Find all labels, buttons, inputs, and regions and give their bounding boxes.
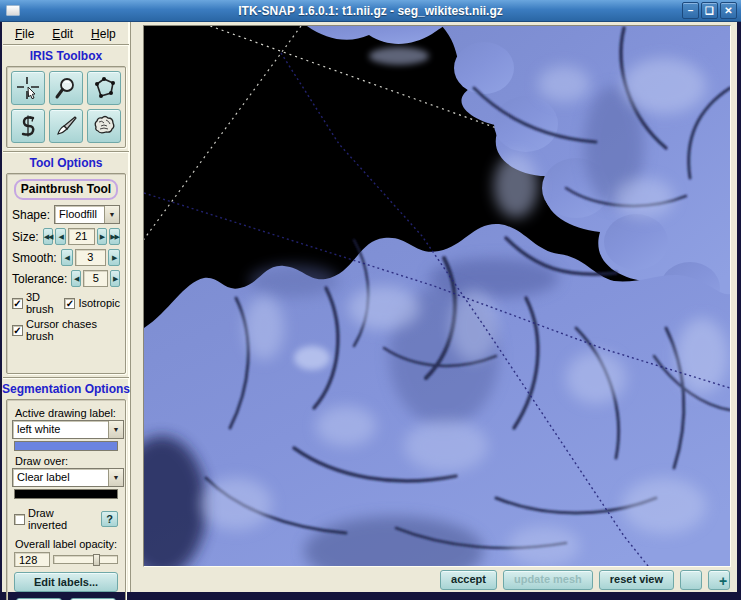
- brain-render: [144, 26, 730, 566]
- iris-toolbox-group: [6, 66, 126, 148]
- active-label-color-swatch: [14, 441, 118, 451]
- segmentation-options-group: Active drawing label: left white ▼ Draw …: [6, 399, 126, 600]
- tolerance-decrement-button[interactable]: ◀: [71, 270, 81, 287]
- opacity-row: 128: [14, 552, 118, 567]
- menu-help[interactable]: Help: [84, 26, 123, 41]
- draw-over-label: Draw over:: [15, 455, 118, 467]
- tolerance-value: 5: [83, 270, 108, 287]
- tolerance-increment-button[interactable]: ▶: [110, 270, 120, 287]
- tool-options-header: Tool Options: [2, 153, 130, 172]
- size-value: 21: [68, 228, 95, 245]
- cursor-chases-brush-label: Cursor chases brush: [26, 318, 120, 342]
- draw-over-color-swatch: [14, 489, 118, 499]
- title-bar: ITK-SNAP 1.6.0.1: t1.nii.gz - seg_wikite…: [0, 0, 741, 22]
- minimize-button[interactable]: –: [682, 2, 699, 19]
- smooth-increment-button[interactable]: ▶: [108, 249, 120, 266]
- draw-inverted-label: Draw inverted: [28, 507, 95, 531]
- crosshair-tool-icon: [16, 76, 40, 100]
- smooth-row: Smooth: ◀ 3 ▶: [12, 249, 120, 266]
- tolerance-row: Tolerance: ◀ 5 ▶: [12, 270, 120, 287]
- window-title: ITK-SNAP 1.6.0.1: t1.nii.gz - seg_wikite…: [0, 4, 741, 18]
- help-button[interactable]: ?: [101, 511, 118, 527]
- opacity-slider-track: [53, 555, 118, 564]
- size-increment-button[interactable]: ▶: [97, 228, 107, 245]
- opacity-input[interactable]: 128: [14, 552, 50, 567]
- reset-view-button[interactable]: reset view: [599, 570, 674, 590]
- crosshair-tool-button[interactable]: [11, 71, 45, 105]
- paintbrush-tool-button[interactable]: [49, 109, 83, 143]
- shape-label: Shape:: [12, 208, 50, 222]
- 3d-brush-label: 3D brush: [26, 291, 56, 315]
- smooth-label: Smooth:: [12, 251, 57, 265]
- polygon-tool-icon: [92, 76, 116, 100]
- draw-inverted-row: Draw inverted ?: [14, 507, 118, 531]
- tool-options-group: Paintbrush Tool Shape: Floodfill ▼ Size:…: [6, 173, 126, 374]
- isotropic-checkbox[interactable]: ✓: [64, 298, 75, 309]
- polygon-tool-button[interactable]: [87, 71, 121, 105]
- zoom-tool-icon: [54, 76, 78, 100]
- maximize-button[interactable]: ❑: [701, 2, 718, 19]
- iris-toolbox-header: IRIS Toolbox: [2, 46, 130, 65]
- opacity-slider-handle[interactable]: [93, 554, 100, 566]
- dropdown-arrow-icon: ▼: [108, 469, 123, 486]
- size-increment-fast-button[interactable]: ▶▶: [109, 228, 120, 245]
- size-label: Size:: [12, 230, 39, 244]
- active-tool-name: Paintbrush Tool: [14, 179, 118, 200]
- tolerance-label: Tolerance:: [12, 272, 67, 286]
- 3d-viewport[interactable]: [143, 25, 731, 567]
- main-panel: accept update mesh reset view +: [132, 22, 737, 592]
- menu-file[interactable]: File: [8, 26, 41, 41]
- opacity-label: Overall label opacity:: [15, 538, 118, 550]
- active-drawing-label: Active drawing label:: [15, 407, 118, 419]
- cursor-chases-row: ✓ Cursor chases brush: [12, 318, 120, 342]
- opacity-slider[interactable]: [53, 552, 118, 567]
- size-decrement-fast-button[interactable]: ◀◀: [43, 228, 54, 245]
- menu-edit[interactable]: Edit: [45, 26, 80, 41]
- brain-annotation-tool-button[interactable]: [87, 109, 121, 143]
- update-mesh-button[interactable]: update mesh: [503, 570, 593, 590]
- smooth-value: 3: [75, 249, 107, 266]
- sidebar: File Edit Help IRIS Toolbox: [2, 22, 131, 592]
- zoom-tool-button[interactable]: [49, 71, 83, 105]
- dropdown-arrow-icon: ▼: [108, 421, 123, 438]
- brush-checkbox-row: ✓ 3D brush ✓ Isotropic: [12, 291, 120, 315]
- window-content: File Edit Help IRIS Toolbox: [0, 22, 741, 592]
- shape-dropdown[interactable]: Floodfill ▼: [54, 205, 120, 224]
- size-decrement-button[interactable]: ◀: [55, 228, 65, 245]
- snake-tool-button[interactable]: [11, 109, 45, 143]
- edit-labels-button[interactable]: Edit labels...: [14, 572, 118, 592]
- cursor-chases-brush-checkbox[interactable]: ✓: [12, 325, 23, 336]
- segmentation-options-header: Segmentation Options: [2, 379, 130, 398]
- close-button[interactable]: ✕: [720, 2, 737, 19]
- isotropic-label: Isotropic: [78, 297, 120, 309]
- dropdown-arrow-icon: ▼: [104, 206, 119, 223]
- viewport-action-bar: accept update mesh reset view +: [440, 569, 730, 590]
- menu-bar: File Edit Help: [2, 22, 130, 44]
- snake-tool-icon: [16, 114, 40, 138]
- smooth-decrement-button[interactable]: ◀: [61, 249, 73, 266]
- paintbrush-tool-icon: [54, 114, 78, 138]
- accept-button[interactable]: accept: [440, 570, 497, 590]
- expand-button[interactable]: +: [708, 570, 730, 590]
- active-label-dropdown[interactable]: left white ▼: [12, 420, 124, 439]
- size-row: Size: ◀◀ ◀ 21 ▶ ▶▶: [12, 228, 120, 245]
- screenshot-button[interactable]: [680, 570, 702, 590]
- itk-snap-window: ITK-SNAP 1.6.0.1: t1.nii.gz - seg_wikite…: [0, 0, 741, 600]
- shape-row: Shape: Floodfill ▼: [12, 205, 120, 224]
- draw-inverted-checkbox[interactable]: [14, 514, 25, 525]
- 3d-brush-checkbox[interactable]: ✓: [12, 298, 23, 309]
- brain-annotation-tool-icon: [92, 114, 116, 138]
- draw-over-dropdown[interactable]: Clear label ▼: [12, 468, 124, 487]
